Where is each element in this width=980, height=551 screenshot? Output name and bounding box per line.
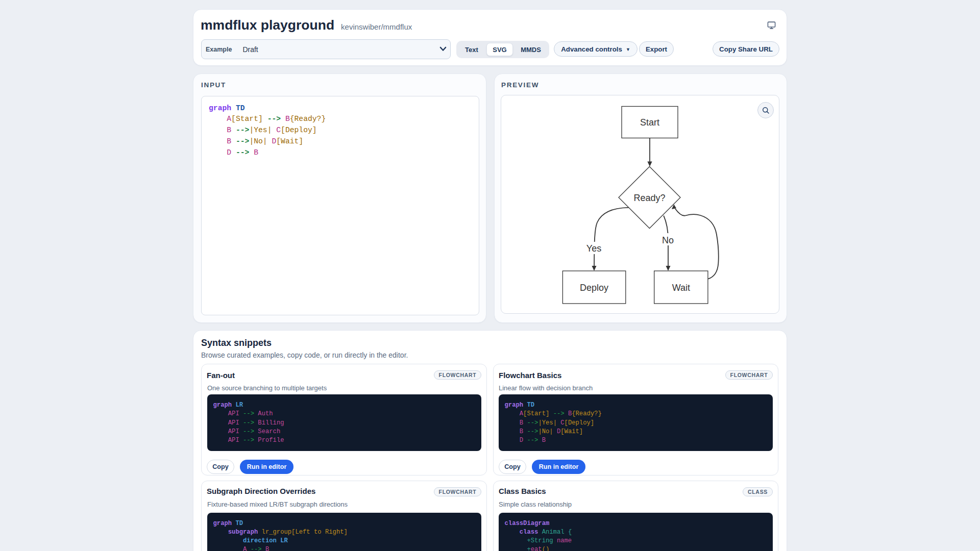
svg-text:Ready?: Ready? (633, 193, 665, 203)
svg-text:No: No (662, 235, 674, 245)
svg-text:Wait: Wait (672, 283, 690, 293)
svg-text:Deploy: Deploy (580, 283, 608, 293)
svg-text:Start: Start (640, 117, 659, 128)
svg-text:Yes: Yes (586, 243, 601, 254)
